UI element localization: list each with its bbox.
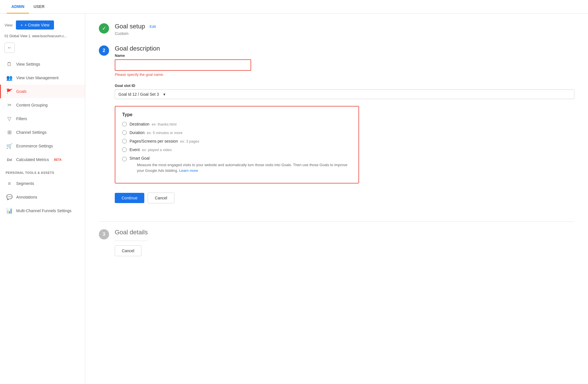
account-name: 01 Global View 1: www.buschvacuum.c... bbox=[0, 34, 85, 43]
radio-destination-label[interactable]: Destination ex: thanks.html bbox=[130, 122, 176, 126]
pages-example: ex: 3 pages bbox=[180, 139, 199, 143]
action-buttons: Continue Cancel bbox=[115, 193, 574, 203]
goal-setup-subtitle: Custom bbox=[115, 31, 574, 36]
view-label: View bbox=[5, 23, 12, 27]
sidebar-label-content-grouping: Content Grouping bbox=[16, 103, 48, 107]
radio-pages-screens: Pages/Screens per session ex: 3 pages bbox=[122, 139, 352, 143]
create-view-label: + Create View bbox=[24, 23, 49, 27]
main-layout: View + + Create View 01 Global View 1: w… bbox=[0, 14, 588, 384]
step-2-number: 2 bbox=[103, 48, 105, 53]
users-icon: 👥 bbox=[7, 75, 12, 81]
radio-event-input[interactable] bbox=[122, 147, 127, 152]
back-button[interactable]: ← bbox=[5, 43, 15, 53]
radio-destination-input[interactable] bbox=[122, 122, 127, 126]
radio-event: Event ex: played a video bbox=[122, 147, 352, 152]
radio-smart-goal-label[interactable]: Smart Goal bbox=[130, 156, 150, 160]
goal-slot-form-group: Goal slot ID Goal Id 12 / Goal Set 3 ▾ bbox=[115, 84, 574, 99]
type-title: Type bbox=[122, 112, 352, 117]
radio-event-label[interactable]: Event ex: played a video bbox=[130, 147, 172, 152]
goal-details-content: Goal details Cancel bbox=[115, 229, 148, 256]
goal-details-divider bbox=[115, 241, 148, 241]
goal-setup-edit-link[interactable]: Edit bbox=[149, 24, 156, 29]
nav-user[interactable]: USER bbox=[29, 0, 49, 14]
step-3-number: 3 bbox=[103, 232, 105, 237]
sidebar-label-ecommerce-settings: Ecommerce Settings bbox=[16, 144, 53, 148]
pages-label: Pages/Screens per session bbox=[130, 139, 178, 143]
radio-duration-input[interactable] bbox=[122, 130, 127, 135]
name-input[interactable] bbox=[115, 59, 251, 71]
goal-setup-title-row: Goal setup Edit bbox=[115, 23, 574, 30]
sidebar-label-annotations: Annotations bbox=[16, 195, 37, 199]
nav-admin[interactable]: ADMIN bbox=[7, 0, 29, 14]
cancel-button[interactable]: Cancel bbox=[148, 193, 174, 203]
sidebar-label-goals: Goals bbox=[16, 89, 27, 94]
duration-label: Duration bbox=[130, 130, 145, 135]
smart-goal-description: Measure the most engaged visits to your … bbox=[137, 162, 352, 173]
goal-details-cancel-button[interactable]: Cancel bbox=[115, 245, 141, 256]
annotations-icon: 💬 bbox=[7, 194, 12, 200]
scissors-icon: ✂ bbox=[7, 102, 12, 108]
radio-pages-label[interactable]: Pages/Screens per session ex: 3 pages bbox=[130, 139, 199, 143]
duration-example: ex: 5 minutes or more bbox=[147, 131, 183, 135]
checkmark-icon: ✓ bbox=[102, 25, 106, 32]
create-view-button[interactable]: + + Create View bbox=[16, 20, 54, 30]
goal-setup-title: Goal setup bbox=[115, 23, 145, 30]
learn-more-link[interactable]: Learn more bbox=[179, 168, 198, 173]
smart-goal-content: Smart Goal Measure the most engaged visi… bbox=[130, 156, 352, 173]
sidebar: View + + Create View 01 Global View 1: w… bbox=[0, 14, 85, 384]
sidebar-item-calculated-metrics[interactable]: Dd Calculated Metrics BETA bbox=[0, 153, 85, 166]
sidebar-item-channel-settings[interactable]: ⊞ Channel Settings bbox=[0, 126, 85, 139]
sidebar-label-calculated-metrics: Calculated Metrics bbox=[16, 157, 49, 162]
goal-setup-step: ✓ Goal setup Edit Custom bbox=[99, 23, 574, 36]
goal-details-title: Goal details bbox=[115, 229, 148, 236]
name-label: Name bbox=[115, 53, 574, 58]
sidebar-item-annotations[interactable]: 💬 Annotations bbox=[0, 190, 85, 204]
goal-slot-dropdown[interactable]: Goal Id 12 / Goal Set 3 ▾ bbox=[115, 89, 574, 99]
event-label: Event bbox=[130, 147, 140, 152]
radio-smart-goal-input[interactable] bbox=[122, 157, 127, 161]
goal-description-title-row: Goal description bbox=[115, 45, 574, 52]
sidebar-label-filters: Filters bbox=[16, 116, 27, 121]
sidebar-item-segments[interactable]: ≡ Segments bbox=[0, 177, 85, 190]
goal-slot-value: Goal Id 12 / Goal Set 3 bbox=[118, 92, 159, 97]
radio-smart-goal: Smart Goal Measure the most engaged visi… bbox=[122, 156, 352, 173]
top-nav: ADMIN USER bbox=[0, 0, 588, 14]
radio-pages-input[interactable] bbox=[122, 139, 127, 143]
sidebar-item-goals[interactable]: 🚩 Goals bbox=[0, 85, 85, 98]
sidebar-item-view-settings[interactable]: 🗒 View Settings bbox=[0, 57, 85, 71]
plus-icon: + bbox=[20, 23, 23, 27]
name-error-message: Please specify the goal name. bbox=[115, 72, 574, 77]
cart-icon: 🛒 bbox=[7, 143, 12, 149]
step-3-icon: 3 bbox=[99, 229, 109, 239]
sidebar-label-segments: Segments bbox=[16, 181, 34, 186]
sidebar-label-view-user-management: View User Management bbox=[16, 76, 59, 80]
step-2-icon: 2 bbox=[99, 45, 109, 56]
sidebar-item-content-grouping[interactable]: ✂ Content Grouping bbox=[0, 98, 85, 112]
sidebar-item-filters[interactable]: ▽ Filters bbox=[0, 112, 85, 126]
multi-channel-icon: 📊 bbox=[7, 208, 12, 214]
name-form-group: Name Please specify the goal name. bbox=[115, 53, 574, 77]
continue-button[interactable]: Continue bbox=[115, 193, 144, 203]
sidebar-item-ecommerce-settings[interactable]: 🛒 Ecommerce Settings bbox=[0, 139, 85, 153]
smart-goal-desc-text: Measure the most engaged visits to your … bbox=[137, 163, 347, 173]
radio-destination: Destination ex: thanks.html bbox=[122, 122, 352, 126]
goal-setup-content: Goal setup Edit Custom bbox=[115, 23, 574, 36]
event-example: ex: played a video bbox=[142, 148, 172, 152]
radio-duration-label[interactable]: Duration ex: 5 minutes or more bbox=[130, 130, 183, 135]
flag-icon: 🚩 bbox=[7, 89, 12, 94]
smart-goal-label: Smart Goal bbox=[130, 156, 150, 160]
view-section: View + + Create View bbox=[0, 18, 85, 34]
beta-badge: BETA bbox=[54, 158, 61, 161]
sidebar-item-multi-channel[interactable]: 📊 Multi-Channel Funnels Settings bbox=[0, 204, 85, 218]
personal-tools-label: PERSONAL TOOLS & ASSETS bbox=[0, 166, 85, 177]
dropdown-arrow-icon: ▾ bbox=[163, 92, 165, 97]
sidebar-label-multi-channel: Multi-Channel Funnels Settings bbox=[16, 208, 72, 213]
sidebar-item-view-user-management[interactable]: 👥 View User Management bbox=[0, 71, 85, 85]
destination-label: Destination bbox=[130, 122, 149, 126]
goal-slot-label: Goal slot ID bbox=[115, 84, 574, 88]
type-section: Type Destination ex: thanks.html Duratio… bbox=[115, 106, 359, 183]
main-content: ✓ Goal setup Edit Custom 2 Goal descript… bbox=[85, 14, 588, 384]
segments-icon: ≡ bbox=[7, 181, 12, 186]
channel-icon: ⊞ bbox=[7, 130, 12, 135]
document-icon: 🗒 bbox=[7, 61, 12, 67]
